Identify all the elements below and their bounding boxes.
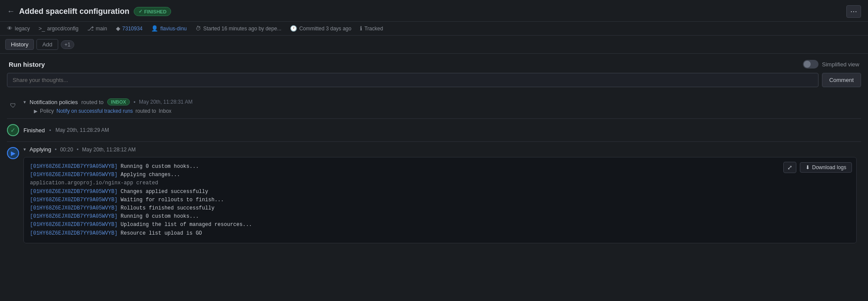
meta-committed: 🕐 Committed 3 days ago <box>290 25 351 32</box>
finished-label: Finished <box>23 127 45 134</box>
status-label: FINISHED <box>144 9 166 14</box>
applying-chevron-icon[interactable]: ▾ <box>23 147 26 152</box>
policy-expand-icon[interactable]: ▶ <box>34 108 37 114</box>
notification-header: ▾ Notification policies routed to INBOX … <box>23 98 861 105</box>
run-history-title: Run history <box>9 61 45 68</box>
user-icon: 👤 <box>151 25 158 32</box>
meta-commit[interactable]: ◆ 7310934 <box>116 25 143 32</box>
finished-check-icon: ✓ <box>10 127 16 134</box>
log-lines: [01HY68Z6EJX0ZDB7YY9A05WVYB] Running 0 c… <box>30 163 850 238</box>
applying-label: Applying <box>30 146 51 153</box>
comment-input[interactable] <box>7 73 818 87</box>
meta-started-text: Started 16 minutes ago by depe... <box>203 26 281 32</box>
meta-tracked: ℹ Tracked <box>360 25 383 32</box>
notification-title: Notification policies <box>30 99 78 105</box>
meta-tracked-text: Tracked <box>364 26 383 32</box>
policy-routed-text: routed to <box>135 108 156 114</box>
play-icon: ▶ <box>11 150 16 157</box>
comment-row: Comment <box>7 73 861 87</box>
top-bar-left: ← Added spacelift configuration ✓ FINISH… <box>7 7 171 16</box>
notification-icon: 🛡 <box>7 99 19 111</box>
policy-row: ▶ Policy Notify on successful tracked ru… <box>23 108 861 114</box>
applying-duration: 00:20 <box>60 147 73 153</box>
commit-icon: ◆ <box>116 25 120 32</box>
meta-user[interactable]: 👤 flavius-dinu <box>151 25 187 32</box>
finished-icon: ✓ <box>7 124 19 136</box>
meta-commit-hash[interactable]: 7310934 <box>122 26 143 32</box>
meta-branch-label: main <box>96 26 107 32</box>
simplified-view-label: Simplified view <box>822 61 859 68</box>
applying-time: May 20th, 11:28:12 AM <box>82 147 135 153</box>
meta-committed-text: Committed 3 days ago <box>299 26 351 32</box>
back-icon[interactable]: ← <box>7 7 15 16</box>
branch-icon: ⎇ <box>87 25 94 32</box>
log-box: ⤢ ⬇ Download logs [01HY68Z6EJX0ZDB7YY9A0… <box>23 157 857 243</box>
log-line: [01HY68Z6EJX0ZDB7YY9A05WVYB] Rollouts fi… <box>30 204 850 213</box>
download-logs-button[interactable]: ⬇ Download logs <box>800 162 852 173</box>
download-icon: ⬇ <box>805 164 810 170</box>
history-icon: 🕐 <box>290 25 297 32</box>
main-content: Run history Simplified view Comment 🛡 ▾ … <box>0 54 868 248</box>
top-bar: ← Added spacelift configuration ✓ FINISH… <box>0 0 868 22</box>
meta-branch: ⎇ main <box>87 25 107 32</box>
policy-label: Policy <box>40 108 54 114</box>
expand-log-button[interactable]: ⤢ <box>783 162 796 173</box>
tab-bar: History Add +1 <box>0 36 868 54</box>
policy-dest: Inbox <box>158 108 171 114</box>
log-line: application.argoproj.io/nginx-app create… <box>30 179 850 187</box>
more-options-button[interactable]: ⋯ <box>846 5 861 18</box>
meta-legacy: 👁 legacy <box>7 25 30 32</box>
simplified-view-toggle-switch[interactable] <box>803 60 818 69</box>
meta-started: ⏱ Started 16 minutes ago by depe... <box>195 25 281 32</box>
meta-username[interactable]: flavius-dinu <box>160 26 187 32</box>
inbox-badge: INBOX <box>107 98 130 105</box>
notification-time: May 20th, 11:28:31 AM <box>139 99 192 105</box>
applying-header: ▾ Applying • 00:20 • May 20th, 11:28:12 … <box>23 146 861 153</box>
notification-content: ▾ Notification policies routed to INBOX … <box>23 98 861 114</box>
log-line: [01HY68Z6EJX0ZDB7YY9A05WVYB] Resource li… <box>30 229 850 238</box>
log-line: [01HY68Z6EJX0ZDB7YY9A05WVYB] Running 0 c… <box>30 163 850 171</box>
applying-bullet-1: • <box>55 146 57 153</box>
simplified-view-toggle[interactable]: Simplified view <box>803 60 859 69</box>
finished-bullet: • <box>49 127 51 134</box>
run-history-header: Run history Simplified view <box>7 54 861 73</box>
finished-section: ✓ Finished • May 20th, 11:28:29 AM <box>7 119 861 142</box>
meta-legacy-label: legacy <box>15 26 30 32</box>
status-check-icon: ✓ <box>139 9 142 14</box>
applying-section: ▶ ▾ Applying • 00:20 • May 20th, 11:28:1… <box>7 142 861 248</box>
timeline: 🛡 ▾ Notification policies routed to INBO… <box>7 94 861 248</box>
meta-argocd: >_ argocd/config <box>39 25 79 32</box>
page-title: Added spacelift configuration <box>19 7 129 16</box>
status-badge: ✓ FINISHED <box>134 7 171 16</box>
log-line: [01HY68Z6EJX0ZDB7YY9A05WVYB] Waiting for… <box>30 196 850 204</box>
meta-row: 👁 legacy >_ argocd/config ⎇ main ◆ 73109… <box>0 22 868 36</box>
tab-add[interactable]: Add <box>36 39 58 50</box>
applying-bullet-2: • <box>76 146 79 153</box>
log-line: [01HY68Z6EJX0ZDB7YY9A05WVYB] Uploading t… <box>30 221 850 229</box>
tracked-icon: ℹ <box>360 25 362 32</box>
tab-count-badge[interactable]: +1 <box>61 40 75 49</box>
finished-time: May 20th, 11:28:29 AM <box>56 127 109 133</box>
meta-argocd-label: argocd/config <box>47 26 79 32</box>
policy-link[interactable]: Notify on successful tracked runs <box>56 108 133 114</box>
terminal-icon: >_ <box>39 25 45 32</box>
notif-bullet: • <box>133 99 135 105</box>
applying-icon: ▶ <box>7 147 19 159</box>
log-line: [01HY68Z6EJX0ZDB7YY9A05WVYB] Applying ch… <box>30 171 850 179</box>
applying-content: ▾ Applying • 00:20 • May 20th, 11:28:12 … <box>23 146 861 243</box>
notification-routed-text: routed to <box>81 99 103 105</box>
log-line: [01HY68Z6EJX0ZDB7YY9A05WVYB] Changes app… <box>30 188 850 196</box>
comment-button[interactable]: Comment <box>822 73 861 87</box>
eye-icon: 👁 <box>7 25 13 32</box>
log-actions: ⤢ ⬇ Download logs <box>783 162 852 173</box>
clock-icon: ⏱ <box>195 25 201 32</box>
notification-section: 🛡 ▾ Notification policies routed to INBO… <box>7 94 861 119</box>
notif-chevron-icon[interactable]: ▾ <box>23 99 26 105</box>
tab-history[interactable]: History <box>5 39 34 50</box>
log-line: [01HY68Z6EJX0ZDB7YY9A05WVYB] Running 0 c… <box>30 213 850 221</box>
download-label: Download logs <box>812 164 846 170</box>
